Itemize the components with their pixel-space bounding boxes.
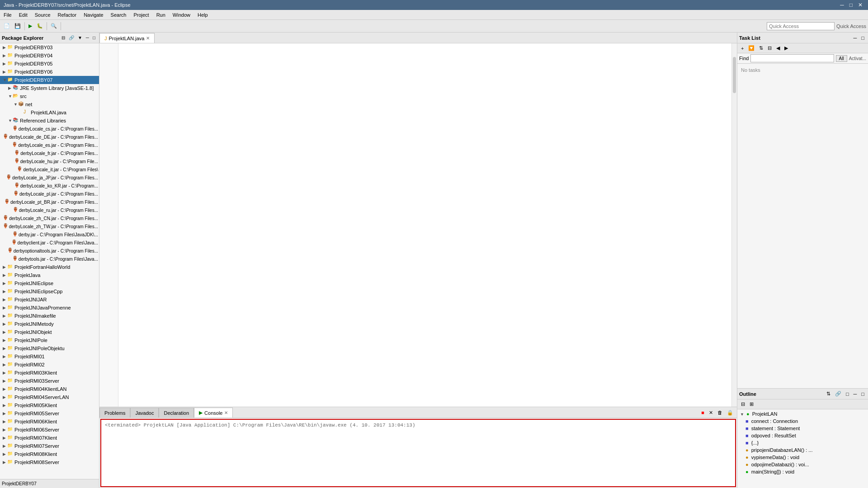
tree-item-rmi08s[interactable]: ▶📁ProjektRMI08Server: [0, 458, 99, 466]
tree-item-rmi06s[interactable]: ▶📁ProjektRMI06Server: [0, 426, 99, 434]
save-button[interactable]: 💾: [13, 22, 23, 30]
tree-item-jar-derbytools[interactable]: 🏺derbytools.jar - C:\Program Files\Java.…: [0, 255, 99, 263]
tree-item-net[interactable]: ▼📦net: [0, 100, 99, 108]
all-button[interactable]: All: [836, 55, 847, 62]
menu-item-run[interactable]: Run: [153, 11, 169, 19]
outline-collapse-button[interactable]: ⊟: [739, 400, 747, 408]
outline-minimize-button[interactable]: ─: [852, 389, 859, 398]
outline-block[interactable]: ■ {...}: [738, 439, 867, 446]
tree-item-ref-libs[interactable]: ▼📚Referenced Libraries: [0, 117, 99, 125]
title-controls[interactable]: ─ □ ✕: [838, 2, 864, 8]
new-button[interactable]: 📄: [2, 22, 12, 30]
quick-access-input[interactable]: [767, 22, 835, 30]
pkg-view-menu-button[interactable]: ▼: [76, 34, 84, 42]
search-button[interactable]: 🔍: [49, 22, 59, 30]
outline-field-odpoved[interactable]: ■ odpoved : ResultSet: [738, 432, 867, 439]
menu-item-search[interactable]: Search: [107, 11, 130, 19]
tree-item-jar-it[interactable]: 🏺derbyLocale_it.jar - C:\Program Files\: [0, 165, 99, 174]
tree-item-jni-metody[interactable]: ▶📁ProjektJNIMetody: [0, 320, 99, 328]
tree-item-jni-makefile[interactable]: ▶📁ProjektJNImakefile: [0, 312, 99, 320]
tree-item-jar-zh-cn[interactable]: 🏺derbyLocale_zh_CN.jar - C:\Program File…: [0, 214, 99, 222]
link-editor-button[interactable]: 🔗: [67, 34, 76, 42]
scroll-lock-button[interactable]: 🔒: [725, 408, 735, 417]
tree-item-jar-ja[interactable]: 🏺derbyLocale_ja_JP.jar - C:\Program File…: [0, 174, 99, 182]
tree-item-derby04[interactable]: ▶📁ProjektDERBY04: [0, 52, 99, 60]
outline-hide-fields-button[interactable]: □: [844, 389, 851, 398]
tree-item-rmi05s[interactable]: ▶📁ProjektRMI05Server: [0, 409, 99, 418]
tree-item-derby05[interactable]: ▶📁ProjektDERBY05: [0, 60, 99, 68]
tree-item-rmi05k[interactable]: ▶📁ProjektRMI05Klient: [0, 401, 99, 409]
tree-item-jni-eclipse-cpp[interactable]: ▶📁ProjektJNIEclipseCpp: [0, 287, 99, 296]
collapse-all-button[interactable]: ⊟: [60, 34, 67, 42]
close-button[interactable]: ✕: [856, 2, 864, 8]
tab-javadoc[interactable]: Javadoc: [130, 408, 159, 418]
maximize-pkg-button[interactable]: □: [91, 34, 97, 42]
code-content[interactable]: [118, 43, 731, 407]
editor-scrollbar[interactable]: [731, 43, 737, 407]
tree-item-jar-ko[interactable]: 🏺derbyLocale_ko_KR.jar - C:\Program...: [0, 182, 99, 190]
tree-item-jar-hu[interactable]: 🏺derbyLocale_hu.jar - C:\Program File...: [0, 157, 99, 165]
tree-item-rmi07k[interactable]: ▶📁ProjektRMI07Klient: [0, 434, 99, 442]
outline-field-connect[interactable]: ■ connect : Connection: [738, 418, 867, 425]
menu-item-project[interactable]: Project: [130, 11, 152, 19]
tree-item-jni-objekt[interactable]: ▶📁ProjektJNIObjekt: [0, 328, 99, 336]
tree-item-derby03[interactable]: ▶📁ProjektDERBY03: [0, 43, 99, 52]
debug-button[interactable]: 🐛: [35, 22, 45, 30]
tree-item-rmi01[interactable]: ▶📁ProjektRMI01: [0, 352, 99, 361]
tree-item-jre[interactable]: ▶📚JRE System Library [JavaSE-1.8]: [0, 84, 99, 92]
tree-item-jar-fr[interactable]: 🏺derbyLocale_fr.jar - C:\Program Files..…: [0, 149, 99, 157]
tab-problems[interactable]: Problems: [99, 408, 130, 418]
menu-item-refactor[interactable]: Refactor: [54, 11, 80, 19]
tree-item-rmi07s[interactable]: ▶📁ProjektRMI07Server: [0, 442, 99, 450]
minimize-pkg-button[interactable]: ─: [84, 34, 91, 42]
tree-item-rmi04kl[interactable]: ▶📁ProjektRMI04KlientLAN: [0, 385, 99, 393]
maximize-button[interactable]: □: [848, 2, 854, 8]
task-collapse-button[interactable]: ⊟: [766, 44, 774, 52]
tree-item-src[interactable]: ▼📂src: [0, 92, 99, 100]
tree-item-jar-derby[interactable]: 🏺derby.jar - C:\Program Files\JavaJDK\..…: [0, 230, 99, 239]
tree-item-jar-cs[interactable]: 🏺derbyLocale_cs.jar - C:\Program Files..…: [0, 125, 99, 133]
outline-class-item[interactable]: ▼ ● ProjektLAN: [738, 410, 867, 418]
tree-item-rmi04sl[interactable]: ▶📁ProjektRMI04ServerLAN: [0, 393, 99, 401]
menu-item-edit[interactable]: Edit: [15, 11, 31, 19]
task-maximize-button[interactable]: □: [859, 34, 866, 42]
tab-projektlan-java[interactable]: J ProjektLAN.java ✕: [99, 33, 155, 43]
tree-item-jar-derbyclient[interactable]: 🏺derbyclient.jar - C:\Program Files\Java…: [0, 239, 99, 247]
outline-field-statement[interactable]: ■ statement : Statement: [738, 425, 867, 432]
tab-close-icon[interactable]: ✕: [146, 36, 150, 41]
terminate-button[interactable]: ■: [699, 408, 706, 417]
tree-item-jni-pole[interactable]: ▶📁ProjektJNIPole: [0, 336, 99, 344]
tree-item-jar-ru[interactable]: 🏺derbyLocale_ru.jar - C:\Program Files..…: [0, 206, 99, 214]
tree-item-rmi03s[interactable]: ▶📁ProjektRMI03Server: [0, 377, 99, 385]
tree-item-java[interactable]: ▶📁ProjektJava: [0, 271, 99, 279]
tree-item-jar-de[interactable]: 🏺derbyLocale_de_DE.jar - C:\Program File…: [0, 133, 99, 141]
minimize-button[interactable]: ─: [838, 2, 846, 8]
tree-item-rmi03k[interactable]: ▶📁ProjektRMI03Klient: [0, 369, 99, 377]
tree-item-jni-jar[interactable]: ▶📁ProjektJNIJAR: [0, 296, 99, 304]
tree-item-java-file[interactable]: JProjektLAN.java: [0, 108, 99, 117]
task-minimize-button[interactable]: ─: [852, 34, 859, 42]
tree-item-jar-pl[interactable]: 🏺derbyLocale_pl.jar - C:\Program Files..…: [0, 190, 99, 198]
outline-sort-button[interactable]: ⇅: [825, 389, 832, 398]
outline-expand-button[interactable]: ⊞: [748, 400, 755, 408]
tree-item-jni-java-promenne[interactable]: ▶📁ProjektJNIJavaPromenne: [0, 304, 99, 312]
tree-item-jni-pole-obj[interactable]: ▶📁ProjektJNIPoleObjektu: [0, 344, 99, 352]
menu-item-help[interactable]: Help: [194, 11, 212, 19]
task-sort-button[interactable]: ⇅: [757, 44, 765, 52]
menu-item-window[interactable]: Window: [169, 11, 194, 19]
new-task-button[interactable]: +: [739, 44, 745, 52]
remove-launch-button[interactable]: ✕: [707, 408, 715, 417]
outline-method-pripojeni[interactable]: ● pripojeniDatabazeLAN() : ...: [738, 446, 867, 454]
menu-item-file[interactable]: File: [0, 11, 15, 19]
outline-method-main[interactable]: ● main(String[]) : void: [738, 468, 867, 475]
task-next-button[interactable]: ▶: [783, 44, 790, 52]
tree-item-derby07[interactable]: ▼📁ProjektDERBY07: [0, 76, 99, 84]
menu-item-source[interactable]: Source: [31, 11, 54, 19]
tree-item-jni-eclipse[interactable]: ▶📁ProjektJNIEclipse: [0, 279, 99, 287]
task-prev-button[interactable]: ◀: [774, 44, 782, 52]
find-input[interactable]: [750, 54, 834, 62]
tree-item-rmi02[interactable]: ▶📁ProjektRMI02: [0, 361, 99, 369]
tree-item-jar-optional[interactable]: 🏺derbyoptionaltools.jar - C:\Program Fil…: [0, 247, 99, 255]
tree-item-fortran[interactable]: ▶📁ProjektFortranHalloWorld: [0, 263, 99, 271]
tree-item-derby06[interactable]: ▶📁ProjektDERBY06: [0, 68, 99, 76]
